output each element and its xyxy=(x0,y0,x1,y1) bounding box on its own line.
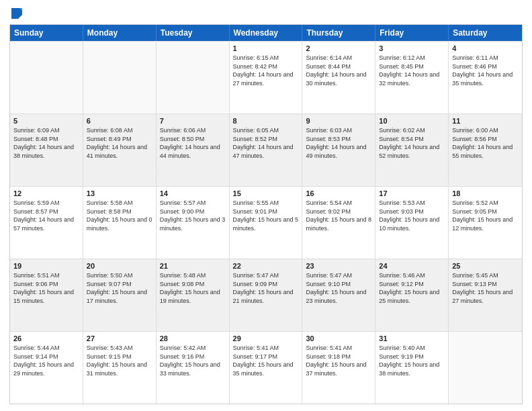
cell-info: Sunrise: 5:48 AMSunset: 9:08 PMDaylight:… xyxy=(160,271,226,305)
calendar-row-4: 26Sunrise: 5:44 AMSunset: 9:14 PMDayligh… xyxy=(10,331,522,404)
cell-info: Sunrise: 5:47 AMSunset: 9:10 PMDaylight:… xyxy=(306,271,371,305)
calendar-body: 1Sunrise: 6:15 AMSunset: 8:42 PMDaylight… xyxy=(10,41,522,404)
cell-info: Sunrise: 6:12 AMSunset: 8:45 PMDaylight:… xyxy=(379,54,445,87)
cell-info: Sunrise: 5:55 AMSunset: 9:01 PMDaylight:… xyxy=(233,199,299,232)
day-cell-25: 25Sunrise: 5:45 AMSunset: 9:13 PMDayligh… xyxy=(449,259,522,331)
empty-cell xyxy=(83,42,157,113)
day-cell-21: 21Sunrise: 5:48 AMSunset: 9:08 PMDayligh… xyxy=(157,259,230,331)
day-number: 29 xyxy=(233,334,299,342)
day-number: 26 xyxy=(13,334,79,342)
day-cell-26: 26Sunrise: 5:44 AMSunset: 9:14 PMDayligh… xyxy=(10,332,83,404)
cell-info: Sunrise: 5:45 AMSunset: 9:13 PMDaylight:… xyxy=(452,271,519,305)
day-cell-5: 5Sunrise: 6:09 AMSunset: 8:48 PMDaylight… xyxy=(10,114,83,186)
day-number: 16 xyxy=(306,189,371,197)
day-cell-7: 7Sunrise: 6:06 AMSunset: 8:50 PMDaylight… xyxy=(157,114,230,186)
day-cell-10: 10Sunrise: 6:02 AMSunset: 8:54 PMDayligh… xyxy=(375,114,449,186)
day-number: 7 xyxy=(160,117,226,125)
day-cell-8: 8Sunrise: 6:05 AMSunset: 8:52 PMDaylight… xyxy=(230,114,303,186)
cell-info: Sunrise: 5:40 AMSunset: 9:19 PMDaylight:… xyxy=(379,344,445,377)
day-cell-31: 31Sunrise: 5:40 AMSunset: 9:19 PMDayligh… xyxy=(375,332,449,404)
day-number: 22 xyxy=(233,262,299,270)
cell-info: Sunrise: 5:44 AMSunset: 9:14 PMDaylight:… xyxy=(13,344,79,377)
header-day-friday: Friday xyxy=(375,25,449,41)
day-cell-14: 14Sunrise: 5:57 AMSunset: 9:00 PMDayligh… xyxy=(157,187,230,259)
empty-cell xyxy=(157,42,230,113)
day-number: 19 xyxy=(13,262,79,270)
day-cell-15: 15Sunrise: 5:55 AMSunset: 9:01 PMDayligh… xyxy=(230,187,303,259)
day-number: 2 xyxy=(306,44,371,52)
day-number: 3 xyxy=(379,44,445,52)
cell-info: Sunrise: 5:54 AMSunset: 9:02 PMDaylight:… xyxy=(306,199,371,232)
day-number: 25 xyxy=(452,262,519,270)
calendar-row-0: 1Sunrise: 6:15 AMSunset: 8:42 PMDaylight… xyxy=(10,41,522,113)
cell-info: Sunrise: 5:57 AMSunset: 9:00 PMDaylight:… xyxy=(160,199,226,232)
day-number: 10 xyxy=(379,117,445,125)
header-day-saturday: Saturday xyxy=(449,25,522,41)
logo xyxy=(9,7,24,20)
cell-info: Sunrise: 5:58 AMSunset: 8:58 PMDaylight:… xyxy=(87,199,152,232)
day-cell-12: 12Sunrise: 5:59 AMSunset: 8:57 PMDayligh… xyxy=(10,187,83,259)
calendar-row-2: 12Sunrise: 5:59 AMSunset: 8:57 PMDayligh… xyxy=(10,186,522,259)
cell-info: Sunrise: 5:53 AMSunset: 9:03 PMDaylight:… xyxy=(379,199,445,232)
day-number: 5 xyxy=(13,117,79,125)
day-cell-19: 19Sunrise: 5:51 AMSunset: 9:06 PMDayligh… xyxy=(10,259,83,331)
header xyxy=(9,7,523,20)
cell-info: Sunrise: 6:09 AMSunset: 8:48 PMDaylight:… xyxy=(13,126,79,160)
day-cell-27: 27Sunrise: 5:43 AMSunset: 9:15 PMDayligh… xyxy=(83,332,157,404)
calendar: SundayMondayTuesdayWednesdayThursdayFrid… xyxy=(9,24,523,404)
day-number: 28 xyxy=(160,334,226,342)
day-cell-11: 11Sunrise: 6:00 AMSunset: 8:56 PMDayligh… xyxy=(449,114,522,186)
cell-info: Sunrise: 5:47 AMSunset: 9:09 PMDaylight:… xyxy=(233,271,299,305)
day-number: 12 xyxy=(13,189,79,197)
day-cell-20: 20Sunrise: 5:50 AMSunset: 9:07 PMDayligh… xyxy=(83,259,157,331)
day-number: 6 xyxy=(87,117,152,125)
day-number: 14 xyxy=(160,189,226,197)
day-number: 24 xyxy=(379,262,445,270)
day-cell-28: 28Sunrise: 5:42 AMSunset: 9:16 PMDayligh… xyxy=(157,332,230,404)
day-number: 11 xyxy=(452,117,519,125)
empty-cell xyxy=(449,332,522,404)
day-cell-24: 24Sunrise: 5:46 AMSunset: 9:12 PMDayligh… xyxy=(375,259,449,331)
day-number: 21 xyxy=(160,262,226,270)
header-day-monday: Monday xyxy=(83,25,157,41)
day-number: 18 xyxy=(452,189,519,197)
day-cell-9: 9Sunrise: 6:03 AMSunset: 8:53 PMDaylight… xyxy=(302,114,375,186)
calendar-row-3: 19Sunrise: 5:51 AMSunset: 9:06 PMDayligh… xyxy=(10,259,522,331)
calendar-header: SundayMondayTuesdayWednesdayThursdayFrid… xyxy=(10,25,522,41)
day-number: 9 xyxy=(306,117,371,125)
cell-info: Sunrise: 6:00 AMSunset: 8:56 PMDaylight:… xyxy=(452,126,519,160)
day-number: 20 xyxy=(87,262,152,270)
day-number: 31 xyxy=(379,334,445,342)
day-number: 1 xyxy=(233,44,299,52)
day-cell-1: 1Sunrise: 6:15 AMSunset: 8:42 PMDaylight… xyxy=(230,42,303,113)
header-day-thursday: Thursday xyxy=(302,25,375,41)
cell-info: Sunrise: 5:41 AMSunset: 9:18 PMDaylight:… xyxy=(306,344,371,377)
cell-info: Sunrise: 5:43 AMSunset: 9:15 PMDaylight:… xyxy=(87,344,152,377)
header-day-tuesday: Tuesday xyxy=(157,25,230,41)
cell-info: Sunrise: 6:03 AMSunset: 8:53 PMDaylight:… xyxy=(306,126,371,160)
cell-info: Sunrise: 6:15 AMSunset: 8:42 PMDaylight:… xyxy=(233,54,299,87)
cell-info: Sunrise: 5:59 AMSunset: 8:57 PMDaylight:… xyxy=(13,199,79,232)
empty-cell xyxy=(10,42,83,113)
day-number: 17 xyxy=(379,189,445,197)
day-cell-3: 3Sunrise: 6:12 AMSunset: 8:45 PMDaylight… xyxy=(375,42,449,113)
cell-info: Sunrise: 6:02 AMSunset: 8:54 PMDaylight:… xyxy=(379,126,445,160)
day-number: 8 xyxy=(233,117,299,125)
cell-info: Sunrise: 5:51 AMSunset: 9:06 PMDaylight:… xyxy=(13,271,79,305)
cell-info: Sunrise: 5:46 AMSunset: 9:12 PMDaylight:… xyxy=(379,271,445,305)
day-cell-23: 23Sunrise: 5:47 AMSunset: 9:10 PMDayligh… xyxy=(302,259,375,331)
cell-info: Sunrise: 6:11 AMSunset: 8:46 PMDaylight:… xyxy=(452,54,519,87)
day-cell-4: 4Sunrise: 6:11 AMSunset: 8:46 PMDaylight… xyxy=(449,42,522,113)
cell-info: Sunrise: 5:41 AMSunset: 9:17 PMDaylight:… xyxy=(233,344,299,377)
header-day-sunday: Sunday xyxy=(10,25,83,41)
day-number: 4 xyxy=(452,44,519,52)
svg-marker-0 xyxy=(11,8,22,19)
cell-info: Sunrise: 5:42 AMSunset: 9:16 PMDaylight:… xyxy=(160,344,226,377)
calendar-row-1: 5Sunrise: 6:09 AMSunset: 8:48 PMDaylight… xyxy=(10,113,522,186)
cell-info: Sunrise: 5:50 AMSunset: 9:07 PMDaylight:… xyxy=(87,271,152,305)
day-cell-6: 6Sunrise: 6:08 AMSunset: 8:49 PMDaylight… xyxy=(83,114,157,186)
logo-icon xyxy=(10,7,24,20)
day-cell-2: 2Sunrise: 6:14 AMSunset: 8:44 PMDaylight… xyxy=(302,42,375,113)
day-cell-22: 22Sunrise: 5:47 AMSunset: 9:09 PMDayligh… xyxy=(230,259,303,331)
day-cell-17: 17Sunrise: 5:53 AMSunset: 9:03 PMDayligh… xyxy=(375,187,449,259)
